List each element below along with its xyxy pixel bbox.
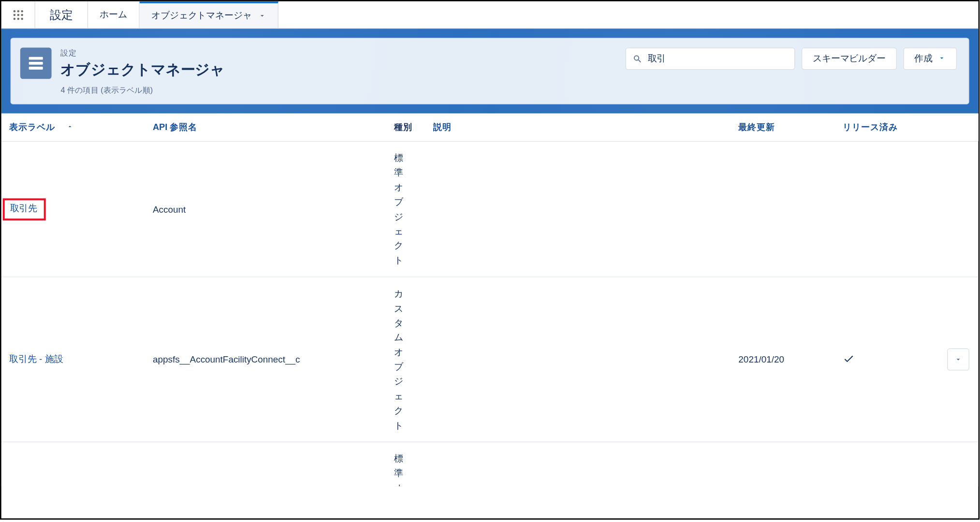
row-api-name: appsfs__AccountFacilityConnect__c	[145, 277, 386, 442]
col-header-label[interactable]: 表示ラベル	[1, 114, 145, 141]
row-description	[425, 277, 731, 442]
highlight-box: 取引先	[2, 198, 45, 220]
row-released	[835, 141, 939, 277]
tab-label: オブジェクトマネージャ	[151, 10, 252, 21]
button-label: 作成	[914, 53, 933, 64]
schema-builder-button[interactable]: スキーマビルダー	[802, 47, 897, 70]
row-label-link[interactable]: 取引先 - 施設	[1, 277, 145, 442]
app-title: 設定	[35, 1, 88, 28]
app-launcher-icon[interactable]	[1, 1, 35, 28]
svg-point-7	[17, 17, 19, 19]
row-label-link[interactable]: 取引先	[1, 141, 145, 277]
svg-rect-10	[29, 62, 43, 65]
svg-point-5	[21, 14, 23, 15]
check-icon	[843, 356, 854, 366]
search-input-wrap[interactable]	[626, 47, 795, 70]
svg-point-4	[17, 14, 19, 15]
svg-point-3	[13, 14, 15, 15]
svg-point-1	[17, 10, 19, 12]
sort-asc-icon	[66, 123, 73, 130]
row-action-cell	[939, 442, 979, 486]
row-description	[425, 141, 731, 277]
caret-down-icon	[954, 355, 962, 363]
col-header-actions	[939, 114, 979, 141]
object-manager-icon	[20, 47, 52, 79]
tab-object-manager[interactable]: オブジェクトマネージャ	[140, 1, 278, 28]
svg-point-0	[13, 10, 15, 12]
col-header-updated[interactable]: 最終更新	[731, 114, 835, 141]
col-header-type: 種別	[386, 114, 425, 141]
breadcrumb: 設定	[60, 47, 225, 58]
col-header-api[interactable]: API 参照名	[145, 114, 386, 141]
col-header-released[interactable]: リリース済み	[835, 114, 939, 141]
svg-point-8	[21, 17, 23, 19]
row-updated: 2021/01/20	[731, 277, 835, 442]
create-button[interactable]: 作成	[903, 47, 957, 70]
row-action-cell	[939, 277, 979, 442]
table-row: 取引先Account標 準 オ ブ ジ ェ ク ト	[1, 141, 979, 277]
table-row: 取引先責任者Contact標 準 オ ブ ジ ェ ク ト	[1, 442, 979, 486]
table-row: 取引先 - 施設appsfs__AccountFacilityConnect__…	[1, 277, 979, 442]
search-icon	[633, 54, 643, 63]
svg-rect-11	[29, 67, 43, 70]
button-label: スキーマビルダー	[813, 53, 886, 64]
row-type: 標 準 オ ブ ジ ェ ク ト	[386, 141, 425, 277]
row-updated	[731, 141, 835, 277]
search-input[interactable]	[648, 54, 788, 64]
row-type: 標 準 オ ブ ジ ェ ク ト	[386, 442, 425, 486]
row-action-cell	[939, 141, 979, 277]
object-table: 表示ラベル API 参照名 種別 説明 最終更新 リリース済み 取引先Acco	[1, 114, 979, 487]
row-label-link[interactable]: 取引先責任者	[1, 442, 145, 486]
row-action-menu[interactable]	[947, 348, 969, 370]
col-header-description[interactable]: 説明	[425, 114, 731, 141]
tab-label: ホーム	[100, 9, 127, 20]
row-api-name: Contact	[145, 442, 386, 486]
row-api-name: Account	[145, 141, 386, 277]
row-description	[425, 442, 731, 486]
tab-home[interactable]: ホーム	[88, 1, 140, 28]
page-subtitle: 4 件の項目 (表示ラベル順)	[60, 85, 225, 96]
page-header: 設定 オブジェクトマネージャ 4 件の項目 (表示ラベル順) スキーマビルダー …	[11, 38, 969, 104]
row-released	[835, 277, 939, 442]
svg-point-2	[21, 10, 23, 12]
svg-point-6	[13, 17, 15, 19]
caret-down-icon	[938, 54, 946, 64]
row-type: カ ス タ ム オ ブ ジ ェ ク ト	[386, 277, 425, 442]
row-released	[835, 442, 939, 486]
svg-rect-9	[29, 57, 43, 60]
row-updated	[731, 442, 835, 486]
page-title: オブジェクトマネージャ	[60, 60, 225, 79]
chevron-down-icon	[258, 12, 266, 19]
